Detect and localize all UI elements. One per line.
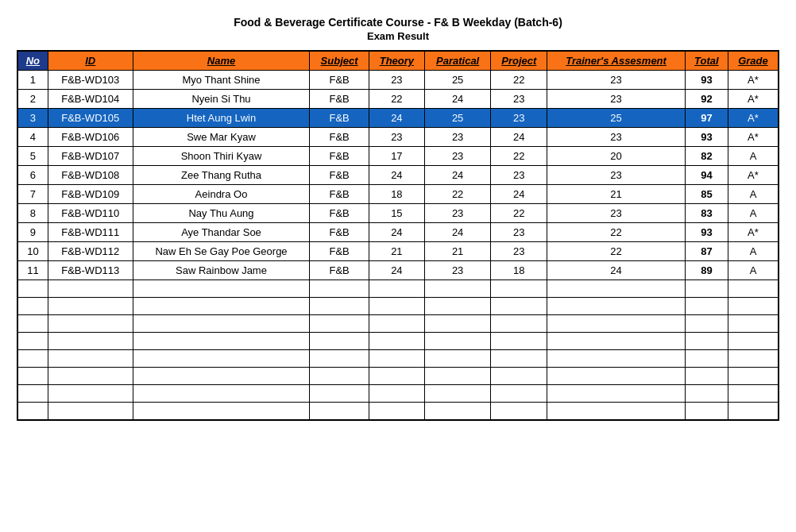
- table-cell: 23: [547, 128, 686, 147]
- empty-cell: [133, 315, 310, 333]
- table-cell: 24: [369, 109, 424, 128]
- empty-cell: [369, 333, 424, 350]
- empty-cell: [547, 333, 686, 350]
- table-cell: Naw Eh Se Gay Poe George: [133, 242, 310, 261]
- table-cell: 24: [369, 261, 424, 280]
- table-row: 5F&B-WD107Shoon Thiri KyawF&B1723222082A: [17, 147, 779, 166]
- empty-cell: [369, 385, 424, 403]
- empty-cell: [369, 298, 424, 315]
- col-header-name: Name: [133, 51, 310, 71]
- table-cell: A: [728, 242, 779, 261]
- table-cell: 23: [369, 71, 424, 90]
- table-cell: F&B-WD104: [48, 90, 133, 109]
- empty-cell: [547, 280, 686, 298]
- empty-row: [17, 315, 779, 333]
- col-header-grade: Grade: [728, 51, 779, 71]
- col-header-paratical: Paratical: [424, 51, 491, 71]
- col-header-theory: Theory: [369, 51, 424, 71]
- empty-cell: [133, 298, 310, 315]
- table-cell: A*: [728, 71, 779, 90]
- empty-cell: [728, 385, 779, 403]
- table-cell: Myo Thant Shine: [133, 71, 310, 90]
- table-cell: F&B-WD103: [48, 71, 133, 90]
- empty-cell: [728, 298, 779, 315]
- table-cell: 21: [369, 242, 424, 261]
- table-cell: 20: [547, 147, 686, 166]
- table-cell: A*: [728, 109, 779, 128]
- table-cell: Aye Thandar Soe: [133, 223, 310, 242]
- table-cell: Nyein Si Thu: [133, 90, 310, 109]
- empty-cell: [48, 280, 133, 298]
- table-cell: 82: [685, 147, 728, 166]
- results-table: NoIDNameSubjectTheoryParaticalProjectTra…: [17, 50, 779, 421]
- page-subtitle: Exam Result: [17, 30, 779, 42]
- table-cell: F&B: [310, 242, 369, 261]
- table-cell: 23: [491, 242, 547, 261]
- table-row: 7F&B-WD109Aeindra OoF&B1822242185A: [17, 185, 779, 204]
- page-title: Food & Beverage Certificate Course - F& …: [17, 16, 779, 29]
- empty-cell: [547, 298, 686, 315]
- table-row: 1F&B-WD103Myo Thant ShineF&B2325222393A*: [17, 71, 779, 90]
- empty-cell: [685, 403, 728, 420]
- table-cell: 23: [424, 204, 491, 223]
- empty-cell: [133, 368, 310, 385]
- empty-cell: [547, 315, 686, 333]
- table-cell: 25: [424, 71, 491, 90]
- empty-cell: [424, 368, 491, 385]
- table-cell: Swe Mar Kyaw: [133, 128, 310, 147]
- empty-cell: [685, 368, 728, 385]
- table-cell: A*: [728, 90, 779, 109]
- table-cell: 23: [424, 128, 491, 147]
- table-cell: F&B-WD105: [48, 109, 133, 128]
- table-cell: 18: [491, 261, 547, 280]
- empty-cell: [48, 298, 133, 315]
- table-cell: 22: [369, 90, 424, 109]
- table-cell: F&B: [310, 147, 369, 166]
- table-cell: 5: [17, 147, 48, 166]
- table-row: 6F&B-WD108Zee Thang RuthaF&B2424232394A*: [17, 166, 779, 185]
- empty-cell: [491, 298, 547, 315]
- empty-cell: [310, 315, 369, 333]
- table-cell: 23: [491, 223, 547, 242]
- table-cell: Aeindra Oo: [133, 185, 310, 204]
- empty-cell: [17, 333, 48, 350]
- empty-cell: [491, 280, 547, 298]
- table-cell: 24: [424, 223, 491, 242]
- empty-cell: [728, 368, 779, 385]
- table-cell: 23: [547, 204, 686, 223]
- empty-cell: [547, 368, 686, 385]
- empty-cell: [133, 333, 310, 350]
- empty-cell: [728, 333, 779, 350]
- empty-row: [17, 385, 779, 403]
- empty-cell: [369, 403, 424, 420]
- table-cell: Shoon Thiri Kyaw: [133, 147, 310, 166]
- empty-cell: [685, 280, 728, 298]
- table-cell: 15: [369, 204, 424, 223]
- empty-cell: [728, 403, 779, 420]
- table-cell: 83: [685, 204, 728, 223]
- table-cell: 4: [17, 128, 48, 147]
- table-cell: 10: [17, 242, 48, 261]
- empty-cell: [547, 350, 686, 368]
- empty-cell: [685, 350, 728, 368]
- empty-cell: [424, 385, 491, 403]
- table-cell: 23: [491, 90, 547, 109]
- empty-cell: [48, 385, 133, 403]
- table-cell: 85: [685, 185, 728, 204]
- table-cell: F&B: [310, 109, 369, 128]
- table-cell: 24: [369, 223, 424, 242]
- table-cell: 6: [17, 166, 48, 185]
- empty-cell: [48, 350, 133, 368]
- empty-cell: [133, 350, 310, 368]
- table-row: 9F&B-WD111Aye Thandar SoeF&B2424232293A*: [17, 223, 779, 242]
- col-header-project: Project: [491, 51, 547, 71]
- table-row: 10F&B-WD112Naw Eh Se Gay Poe GeorgeF&B21…: [17, 242, 779, 261]
- empty-cell: [491, 385, 547, 403]
- table-cell: 23: [369, 128, 424, 147]
- empty-cell: [17, 385, 48, 403]
- empty-cell: [491, 368, 547, 385]
- empty-cell: [369, 315, 424, 333]
- table-cell: F&B: [310, 204, 369, 223]
- table-cell: 7: [17, 185, 48, 204]
- empty-cell: [310, 280, 369, 298]
